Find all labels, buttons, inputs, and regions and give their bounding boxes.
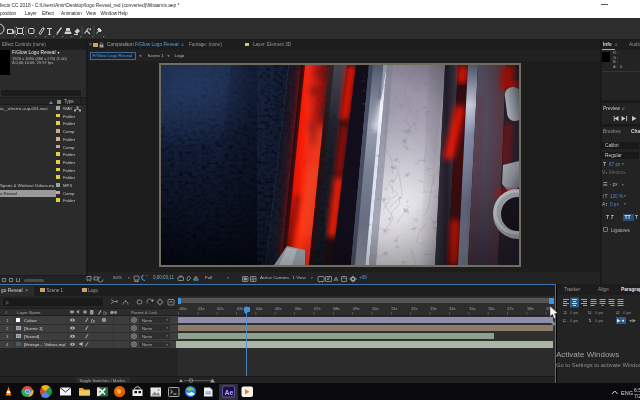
- svg-text:fx: fx: [91, 318, 95, 324]
- svg-text:Ae: Ae: [225, 389, 234, 396]
- svg-text:fx: fx: [103, 310, 107, 316]
- svg-text:7/2: 7/2: [634, 393, 640, 399]
- svg-text:ENG: ENG: [621, 390, 633, 396]
